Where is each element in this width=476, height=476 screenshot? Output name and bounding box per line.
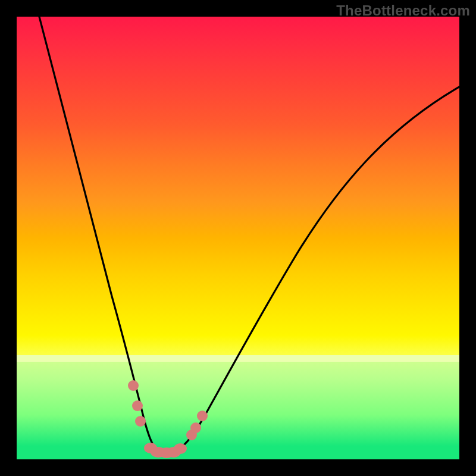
marker-dot [186,430,197,440]
marker-dot [132,400,143,411]
marker-dot [167,447,181,458]
marker-dot [135,416,146,427]
marker-dot [151,447,166,458]
marker-dot [144,443,157,453]
marker-dot [197,411,208,421]
plot-area [17,17,459,459]
marker-dot [159,447,174,458]
curve-layer [17,17,459,459]
marker-group [128,380,208,458]
bottleneck-curve [39,17,459,454]
marker-dot [128,380,139,391]
marker-dot [174,443,187,454]
marker-dot [190,422,201,433]
chart-frame: TheBottleneck.com [0,0,476,476]
